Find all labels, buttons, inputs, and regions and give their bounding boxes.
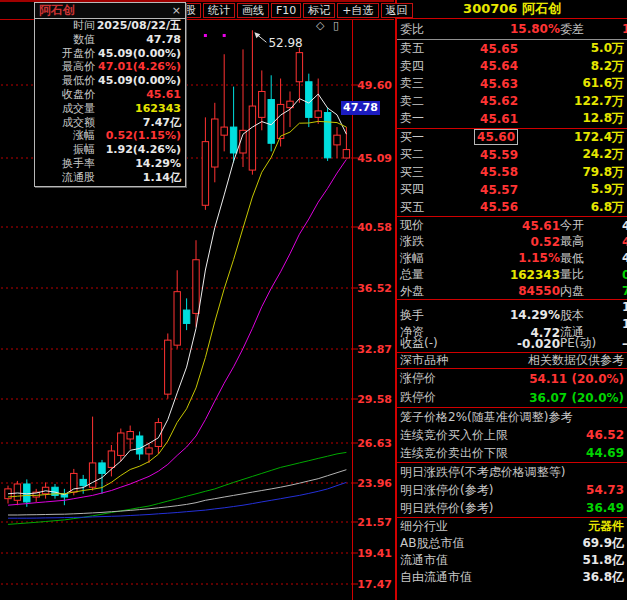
price-axis-tick: 26.63 [356,437,392,450]
quote-panel-body: 委比15.80%委差173卖五45.655.0万卖四45.648.2万卖三45.… [397,19,627,586]
box-marker-icon[interactable]: ▯ [333,20,339,31]
tooltip-row-label: 振幅 [39,143,95,157]
tooltip-row-value: 0.52(1.15%) [95,129,181,143]
stat-label: 总量 [400,266,452,283]
tooltip-row-label: 时间 [39,19,95,33]
ask-row[interactable]: 卖四45.648.2万 [397,58,627,76]
ask-row[interactable]: 卖五45.655.0万 [397,40,627,58]
tooltip-row-value: 47.01(4.26%) [95,60,181,74]
order-level-label: 买四 [400,181,446,198]
order-level-label: 卖一 [400,110,446,127]
high-price-annotation: 52.98 [268,36,302,50]
diamond-marker-icon[interactable]: ◇ [316,20,324,31]
draw-line-button[interactable]: 画线 [237,3,269,18]
section-row: 明日涨停价(参考)54.73 [397,481,627,499]
price-axis-tick: 40.58 [356,221,392,234]
back-button[interactable]: 返回 [381,3,413,18]
tooltip-row-value: 1.14亿 [95,171,181,185]
stats-section-a: 现价45.61今开45.09涨跌0.52最高47.01涨幅1.15%最低45.0… [397,217,627,300]
toolbar-buttons: 股统计画线F10标记+自选返回 [180,3,413,18]
stat-label: 涨跌 [400,233,452,250]
industry-label: 自由流通市值 [400,569,472,586]
bid-row[interactable]: 买三45.5879.8万 [397,164,627,182]
mark-button[interactable]: 标记 [303,3,335,18]
close-icon[interactable]: × [172,4,181,17]
market-note-row: 深市品种相关数据仅供参考 [397,353,627,369]
bid-row[interactable]: 买四45.575.9万 [397,181,627,199]
best-bid-price: 45.60 [474,129,518,145]
tooltip-row-label: 收盘价 [39,88,95,102]
tooltip-row: 流通股1.14亿 [35,171,185,185]
ask-row[interactable]: 卖二45.62122.7万 [397,93,627,111]
data-tooltip-panel[interactable]: 阿石创 × 时间2025/08/22/五数值47.78开盘价45.09(0.00… [34,2,186,187]
tooltip-row-value: 162343 [95,102,181,116]
industry-row: 流通市值51.8亿 [397,552,627,569]
order-price: 45.57 [446,183,518,197]
order-level-label: 买五 [400,199,446,216]
industry-section: 细分行业元器件AB股总市值69.9亿流通市值51.8亿自由流通市值36.8亿 [397,518,627,586]
add-watchlist-button[interactable]: +自选 [337,3,378,18]
stat-label: 现价 [400,217,452,234]
price-axis-tick: 45.09 [356,152,392,165]
tooltip-titlebar: 阿石创 × [35,3,185,19]
stat-label: 内盘 [560,283,622,300]
order-volume: 122.7万 [518,93,624,110]
stat-row: 外盘84550内盘77793 [397,283,627,299]
order-level-label: 买一 [400,129,446,146]
industry-row: AB股总市值69.9亿 [397,535,627,552]
tooltip-row-value: 45.61 [95,88,181,102]
limit-label: 涨停价 [400,370,436,387]
cage-title-row: 笼子价格2%(随基准价调整)参考 [397,408,627,426]
bid-row[interactable]: 买二45.5924.2万 [397,146,627,164]
stat-value: 14.29% [452,308,560,322]
ask-row[interactable]: 卖一45.6112.8万 [397,110,627,128]
order-volume: 24.2万 [518,146,624,163]
tooltip-row-label: 最低价 [39,74,95,88]
order-price: 45.61 [446,112,518,126]
ask-row[interactable]: 卖三45.6361.6万 [397,75,627,93]
section-row: 明日跌停价(参考)36.49 [397,499,627,517]
section-title: 明日涨跌停(不考虑价格调整等) [400,464,565,481]
price-axis-tick: 49.60 [356,79,392,92]
industry-value: 51.8亿 [582,552,624,569]
limit-price-row: 涨停价54.11 (20.0%) [397,369,627,388]
price-axis-tick: 23.96 [356,477,392,490]
stat-value: – [622,337,627,351]
order-level-label: 卖五 [400,40,446,57]
order-price: 45.63 [446,77,518,91]
section-title: 笼子价格2%(随基准价调整)参考 [400,409,572,426]
price-axis-tick: 17.47 [356,578,392,591]
price-axis-tick: 21.57 [356,516,392,529]
stat-label: 委比 [400,21,452,38]
stat-row: 换手14.29%股本1.53亿 [397,300,627,318]
order-price: 45.59 [446,148,518,162]
stat-label: PE(动) [560,335,622,352]
stat-value: 45.09 [622,219,627,233]
order-level-label: 买二 [400,146,446,163]
f10-button[interactable]: F10 [271,3,301,18]
tooltip-row-label: 成交量 [39,102,95,116]
limit-price-section: 涨停价54.11 (20.0%)跌停价36.07 (20.0%) [397,369,627,408]
statistics-button[interactable]: 统计 [203,3,235,18]
section-row-label: 明日跌停价(参考) [400,500,493,517]
bid-row[interactable]: 买五45.566.8万 [397,199,627,217]
tooltip-row-label: 流通股 [39,171,95,185]
tooltip-row: 最低价45.09(0.00%) [35,74,185,88]
industry-value: 69.9亿 [582,535,624,552]
tooltip-row-value: 47.78 [95,33,181,47]
stat-row: 涨跌0.52最高47.01 [397,233,627,249]
stat-value: 0.62 [622,268,627,282]
bid-row[interactable]: 买一45.60172.4万 [397,129,627,147]
tooltip-row-label: 数值 [39,33,95,47]
limit-value: 36.07 (20.0%) [529,391,624,405]
order-level-label: 卖四 [400,58,446,75]
order-volume: 79.8万 [518,164,624,181]
tooltip-row: 涨幅0.52(1.15%) [35,129,185,143]
stat-value: 1.15% [452,251,560,265]
section-row-label: 连续竞价卖出价下限 [400,445,508,462]
tooltip-rows: 时间2025/08/22/五数值47.78开盘价45.09(0.00%)最高价4… [35,19,185,185]
order-volume: 8.2万 [518,58,624,75]
tooltip-row: 开盘价45.09(0.00%) [35,47,185,61]
stat-label: 最低 [560,250,622,267]
stat-value: 0.52 [452,235,560,249]
